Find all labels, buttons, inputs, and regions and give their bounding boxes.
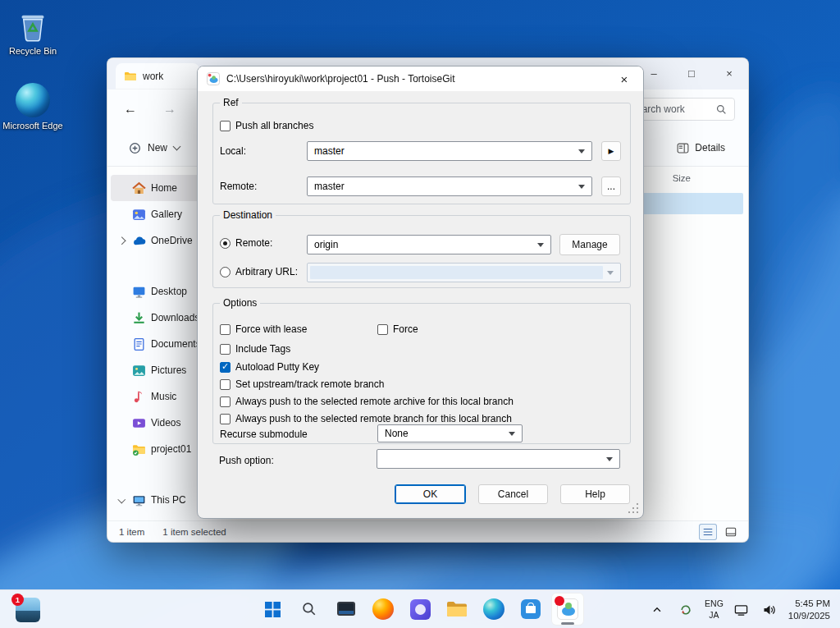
push-all-branches-checkbox[interactable]: Push all branches (220, 120, 313, 131)
clock[interactable]: 5:45 PM 10/9/2025 (788, 595, 833, 625)
chevron-right-icon[interactable] (116, 238, 127, 244)
help-button[interactable]: Help (560, 484, 630, 504)
sidebar-item-label: Downloads (151, 312, 199, 323)
videos-icon (132, 416, 146, 430)
edge-button[interactable] (477, 593, 510, 626)
always-push-remote-archive-checkbox[interactable]: Always push to the selected remote archi… (220, 396, 514, 407)
selection-count: 1 item selected (162, 527, 226, 537)
checkbox-label: Force with lease (235, 323, 307, 335)
local-branch-combobox[interactable]: master (307, 141, 592, 161)
folder-icon (124, 70, 137, 83)
set-upstream-checkbox[interactable]: Set upstream/track remote branch (220, 378, 384, 390)
push-option-combobox[interactable] (377, 449, 620, 469)
dialog-title: C:\Users\hiroyuki\work\project01 - Push … (226, 73, 455, 85)
git-folder-icon (132, 442, 146, 456)
ref-group-label: Ref (220, 97, 242, 108)
back-button[interactable]: ← (118, 97, 143, 121)
always-push-remote-branch-checkbox[interactable]: Always push to the selected remote branc… (220, 413, 512, 424)
notification-badge: 1 (11, 594, 24, 606)
checkbox[interactable] (220, 414, 231, 424)
desktop-folder-icon (132, 285, 146, 299)
documents-icon (132, 337, 146, 351)
show-hidden-icons-button[interactable] (647, 595, 667, 625)
network-icon (734, 603, 748, 617)
details-button[interactable]: Details (669, 135, 733, 161)
widgets-button[interactable]: 1 (10, 595, 46, 625)
taskbar-center-icons (256, 593, 584, 626)
dialog-close-button[interactable]: × (605, 66, 643, 91)
tortoisegit-icon (557, 598, 578, 620)
system-tray: ENG JA 5:45 PM 10/9/2025 (647, 590, 833, 628)
remote-ref-browse-button[interactable]: ... (601, 176, 621, 196)
start-button[interactable] (256, 593, 289, 626)
checkbox[interactable] (220, 379, 231, 390)
language-indicator[interactable]: ENG JA (705, 595, 724, 625)
checkbox[interactable] (377, 324, 388, 335)
close-button[interactable]: × (710, 58, 748, 88)
explorer-statusbar: 1 item 1 item selected (107, 520, 748, 542)
ref-group: Ref Push all branches Local: master ▶ Re… (212, 103, 631, 204)
checkbox[interactable] (220, 362, 231, 373)
tab-title: work (143, 71, 163, 82)
details-view-button[interactable] (699, 524, 717, 540)
destination-remote-combobox[interactable]: origin (307, 235, 551, 254)
checkbox-label: Autoload Putty Key (235, 361, 319, 373)
dialog-titlebar[interactable]: C:\Users\hiroyuki\work\project01 - Push … (198, 66, 643, 91)
terminal-app-button[interactable] (330, 593, 363, 626)
manage-button[interactable]: Manage (559, 234, 620, 255)
force-with-lease-checkbox[interactable]: Force with lease (220, 323, 307, 335)
search-button[interactable] (293, 593, 326, 626)
autoload-putty-key-checkbox[interactable]: Autoload Putty Key (220, 361, 319, 373)
arbitrary-url-radio[interactable]: Arbitrary URL: (220, 266, 298, 277)
network-tray-button[interactable] (733, 595, 751, 625)
purple-app-button[interactable] (404, 593, 436, 626)
sidebar-item-label: Home (151, 182, 177, 194)
destination-remote-radio[interactable]: Remote: (220, 237, 272, 249)
explorer-tab-work[interactable]: work (116, 63, 199, 89)
cancel-button[interactable]: Cancel (478, 484, 548, 504)
new-button[interactable]: New (119, 135, 189, 161)
desktop-icon-edge[interactable]: Microsoft Edge (0, 83, 66, 132)
destination-group-label: Destination (220, 209, 276, 221)
downloads-icon (132, 311, 146, 325)
firefox-button[interactable] (367, 593, 399, 626)
radio-button[interactable] (220, 267, 231, 277)
tortoisegit-tray-button[interactable] (676, 595, 696, 625)
checkbox-label: Set upstream/track remote branch (235, 378, 384, 390)
resize-grip[interactable] (628, 503, 639, 514)
tortoisegit-button[interactable] (551, 593, 584, 626)
firefox-icon (372, 598, 394, 620)
file-explorer-icon (446, 600, 468, 618)
include-tags-checkbox[interactable]: Include Tags (220, 343, 290, 355)
remote-branch-combobox[interactable]: master (307, 176, 592, 196)
options-group: Options Force with lease Force Include T… (212, 303, 631, 444)
checkbox[interactable] (220, 397, 231, 407)
file-explorer-button[interactable] (441, 593, 473, 626)
local-ref-browse-button[interactable]: ▶ (601, 141, 621, 161)
recurse-submodule-combobox[interactable]: None (377, 424, 523, 442)
size-column-header[interactable]: Size (673, 173, 691, 183)
this-pc-icon (132, 493, 146, 507)
store-button[interactable] (514, 593, 547, 626)
ok-button[interactable]: OK (395, 484, 466, 504)
desktop-icon-recycle-bin[interactable]: Recycle Bin (0, 10, 66, 57)
monitor-app-icon (336, 601, 356, 617)
onedrive-icon (132, 234, 146, 248)
sidebar-item-label: This PC (151, 494, 186, 506)
maximize-button[interactable]: □ (673, 58, 710, 88)
checkbox[interactable] (220, 121, 231, 131)
thumbnail-view-button[interactable] (722, 524, 740, 540)
arbitrary-url-combobox[interactable] (307, 263, 621, 282)
details-pane-icon (677, 142, 689, 154)
volume-tray-button[interactable] (760, 595, 779, 625)
chevron-down-icon[interactable] (116, 498, 127, 502)
tortoisegit-icon (207, 72, 220, 85)
radio-button[interactable] (220, 238, 231, 249)
checkbox[interactable] (220, 324, 231, 335)
item-count: 1 item (119, 527, 144, 537)
sidebar-item-label: Videos (151, 417, 180, 429)
force-checkbox[interactable]: Force (377, 323, 418, 335)
widgets-weather-icon: 1 (16, 598, 40, 622)
forward-button[interactable]: → (158, 97, 182, 121)
checkbox[interactable] (220, 344, 231, 355)
